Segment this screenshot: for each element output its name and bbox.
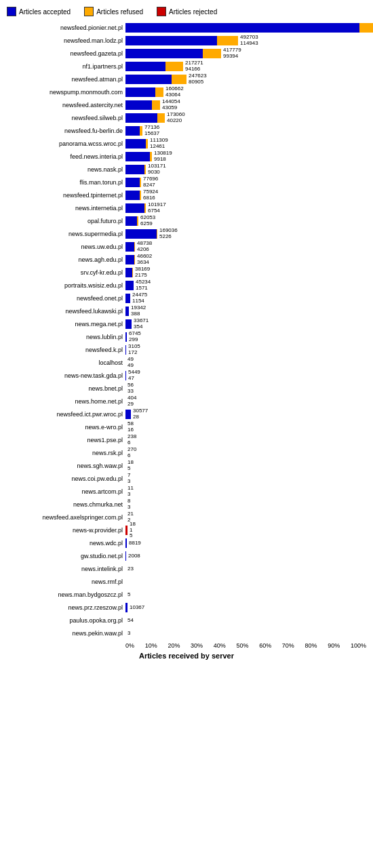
value-refused: 6816	[143, 195, 158, 201]
value-refused: 354	[134, 324, 149, 330]
row-label: news.agh.edu.pl	[7, 256, 125, 263]
table-row: newsfeed.tpinternet.pl759246816	[7, 189, 366, 201]
bar-values: 466023634	[137, 254, 152, 266]
row-label: newsfeed.silweb.pl	[7, 115, 125, 121]
table-row: news.wdc.pl8819	[7, 537, 366, 549]
bar-area: 12619881012865	[125, 22, 373, 34]
value-refused: 43064	[165, 92, 184, 98]
value-accepted: 2008	[128, 553, 140, 559]
bar-values: 10367	[130, 601, 144, 614]
legend-accepted: Articles accepted	[7, 7, 71, 16]
row-label: news.supermedia.pl	[7, 231, 125, 237]
row-label: newsfeed.axelspringer.com.pl	[7, 514, 125, 521]
value-refused: 99394	[223, 54, 241, 60]
bar-accepted	[125, 49, 203, 58]
value-refused: 5226	[159, 234, 178, 240]
row-label: news.e-wro.pl	[7, 424, 125, 431]
value-refused: 6	[127, 440, 136, 446]
bar-refused	[165, 62, 183, 71]
value-refused: 172	[128, 350, 140, 356]
bar-area: 2706	[125, 447, 366, 459]
table-row: news.internetia.pl1019176754	[7, 202, 366, 214]
bars	[125, 203, 146, 213]
bar-accepted	[125, 538, 127, 548]
bar-area: 40429	[125, 395, 366, 408]
bar-area: 17306040220	[125, 112, 366, 124]
value-refused: 28	[133, 414, 148, 420]
value-refused: 94166	[185, 66, 203, 73]
bar-values: 620536259	[140, 215, 155, 227]
bar-area: 1308199918	[125, 151, 366, 163]
value-accepted: 8819	[129, 540, 141, 547]
bar-accepted	[125, 36, 217, 45]
value-refused: 12461	[150, 144, 168, 150]
bar-area: 452341571	[125, 279, 366, 292]
bar-area: 83	[125, 498, 366, 511]
bar-area: 10367	[125, 601, 366, 614]
bar-values: 21727194166	[185, 60, 203, 73]
bar-refused	[150, 152, 152, 161]
bars	[125, 113, 165, 123]
bar-area: 19342388	[125, 305, 366, 317]
bar-values: 19342388	[131, 305, 146, 317]
row-label: gw.studio.net.pl	[7, 553, 125, 559]
value-refused: 299	[129, 337, 141, 343]
table-row: newspump.monmouth.com16066243064	[7, 86, 366, 98]
bar-area: 5	[125, 589, 366, 601]
bar-area: 21727194166	[125, 60, 366, 73]
bar-area: 185	[125, 460, 366, 472]
value-refused: 80905	[189, 79, 207, 85]
bar-area: 113	[125, 486, 366, 498]
table-row: newsfeed.man.lodz.pl492703114943	[7, 35, 366, 47]
table-row: news.artcom.pl113	[7, 486, 366, 498]
bar-area: 544947	[125, 370, 366, 382]
bar-values: 16066243064	[165, 86, 184, 98]
bar-accepted	[125, 294, 130, 303]
legend-rejected-box	[157, 7, 166, 16]
bar-accepted	[125, 75, 172, 84]
bar-refused	[132, 268, 133, 277]
bar-accepted	[125, 603, 127, 612]
value-refused: 47	[128, 376, 140, 382]
table-row: opal.futuro.pl620536259	[7, 215, 366, 227]
row-label: news.coi.pw.edu.pl	[7, 475, 125, 482]
bars	[125, 345, 126, 355]
row-label: newsfeed.lukawski.pl	[7, 308, 125, 315]
value-refused: 3	[127, 505, 130, 511]
bar-values: 244751154	[132, 292, 147, 304]
value-refused: 15637	[144, 131, 159, 137]
row-label: news.wdc.pl	[7, 540, 125, 547]
row-label: opal.futuro.pl	[7, 218, 125, 224]
bar-accepted	[125, 242, 134, 252]
table-row: localhost4949	[7, 357, 366, 369]
bar-refused	[157, 113, 165, 123]
bar-values: 2386	[127, 434, 136, 446]
x-axis-labels: 0%10%20%30%40%50%60%70%80%90%100%	[125, 642, 366, 649]
bar-accepted	[125, 345, 126, 355]
bar-values: 24762380905	[189, 73, 207, 85]
row-label: nf1.ipartners.pl	[7, 63, 125, 70]
bar-values: 40429	[127, 395, 136, 408]
bar-area: 41777999394	[125, 47, 366, 60]
bar-area: 3	[125, 627, 366, 639]
row-label: news.chmurka.net	[7, 501, 125, 508]
bar-values: 3105172	[128, 344, 140, 356]
bar-refused	[155, 87, 163, 97]
value-refused: 1571	[136, 285, 151, 292]
bar-area: 487384206	[125, 241, 366, 253]
table-row: portraits.wsisiz.edu.pl452341571	[7, 279, 366, 292]
row-label: portraits.wsisiz.edu.pl	[7, 282, 125, 289]
bars	[125, 410, 131, 419]
legend-refused-box	[84, 7, 94, 16]
bar-values: 5	[127, 589, 130, 601]
bar-area: 3105172	[125, 344, 366, 356]
bar-values: 487384206	[137, 241, 152, 253]
row-label: localhost	[7, 359, 125, 366]
bar-area: 381692175	[125, 267, 366, 279]
table-row: newsfeed.silweb.pl17306040220	[7, 112, 366, 124]
bars	[125, 216, 138, 226]
bar-values: 544947	[128, 370, 140, 382]
bar-area: 8819	[125, 537, 366, 549]
bar-accepted	[125, 126, 140, 136]
row-label: newsfeed.gazeta.pl	[7, 50, 125, 57]
